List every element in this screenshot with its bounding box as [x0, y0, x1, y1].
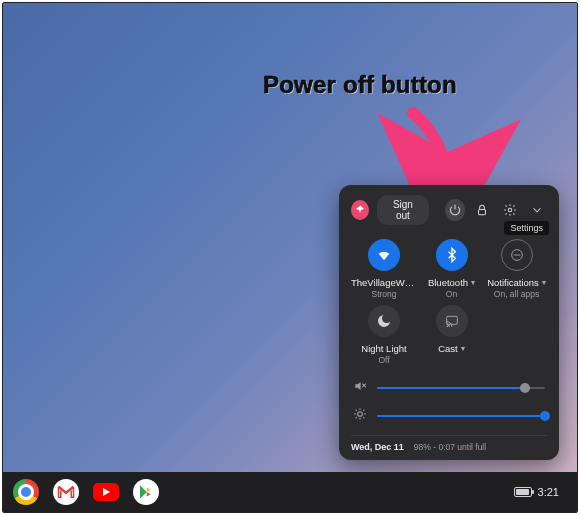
- footer-date: Wed, Dec 11: [351, 442, 404, 452]
- power-icon[interactable]: [445, 199, 464, 221]
- gmail-app-icon[interactable]: [53, 479, 79, 505]
- svg-point-5: [446, 326, 447, 327]
- svg-point-8: [358, 412, 363, 417]
- cast-tile[interactable]: Cast▾: [421, 305, 482, 365]
- do-not-disturb-icon: [501, 239, 533, 271]
- wifi-icon: [368, 239, 400, 271]
- shelf-status-area[interactable]: 3:21: [506, 482, 567, 502]
- panel-footer: Wed, Dec 11 98% - 0:07 until full: [351, 435, 547, 452]
- night-light-label: Night Light: [361, 343, 406, 354]
- battery-icon: [514, 487, 532, 497]
- volume-slider-row: [353, 379, 545, 397]
- svg-rect-4: [446, 316, 457, 324]
- svg-point-1: [508, 208, 512, 212]
- lock-icon[interactable]: [473, 199, 492, 221]
- brightness-slider[interactable]: [377, 415, 545, 417]
- chevron-down-icon: ▾: [471, 278, 475, 287]
- wifi-label: TheVillageW…: [351, 277, 414, 288]
- volume-slider[interactable]: [377, 387, 545, 389]
- chrome-app-icon[interactable]: [13, 479, 39, 505]
- user-avatar[interactable]: [351, 200, 369, 220]
- cast-label: Cast: [438, 343, 458, 354]
- night-light-status: Off: [378, 355, 389, 365]
- settings-tooltip: Settings: [504, 221, 549, 235]
- settings-gear-icon[interactable]: [500, 199, 519, 221]
- night-light-tile[interactable]: Night Light Off: [351, 305, 417, 365]
- bluetooth-label: Bluetooth: [428, 277, 468, 288]
- night-light-icon: [368, 305, 400, 337]
- play-store-app-icon[interactable]: [133, 479, 159, 505]
- svg-marker-9: [103, 488, 110, 496]
- quick-tiles-grid: TheVillageW…▾ Strong Bluetooth▾ On Notif…: [351, 239, 547, 365]
- shelf: 3:21: [3, 472, 577, 512]
- bluetooth-tile[interactable]: Bluetooth▾ On: [421, 239, 482, 299]
- annotation-label: Power off button: [263, 71, 457, 99]
- wifi-tile[interactable]: TheVillageW…▾ Strong: [351, 239, 417, 299]
- chevron-down-icon: ▾: [542, 278, 546, 287]
- chevron-down-icon: ▾: [461, 344, 465, 353]
- shelf-app-icons: [13, 479, 159, 505]
- bluetooth-status: On: [446, 289, 457, 299]
- cast-icon: [436, 305, 468, 337]
- youtube-app-icon[interactable]: [93, 483, 119, 501]
- collapse-icon[interactable]: [528, 199, 547, 221]
- brightness-icon[interactable]: [353, 407, 367, 425]
- shelf-clock: 3:21: [538, 486, 559, 498]
- notifications-label: Notifications: [487, 277, 539, 288]
- notifications-tile[interactable]: Notifications▾ On, all apps: [486, 239, 547, 299]
- desktop-wallpaper: Power off button Sign out: [2, 2, 578, 513]
- wifi-status: Strong: [371, 289, 396, 299]
- brightness-slider-row: [353, 407, 545, 425]
- sign-out-button[interactable]: Sign out: [377, 195, 429, 225]
- quick-settings-panel: Sign out Settings TheVillageW…▾ St: [339, 185, 559, 460]
- bluetooth-icon: [436, 239, 468, 271]
- volume-mute-icon[interactable]: [353, 379, 367, 397]
- footer-battery-info: 98% - 0:07 until full: [414, 442, 486, 452]
- svg-rect-0: [479, 209, 486, 214]
- notifications-status: On, all apps: [494, 289, 539, 299]
- sliders-section: [351, 379, 547, 425]
